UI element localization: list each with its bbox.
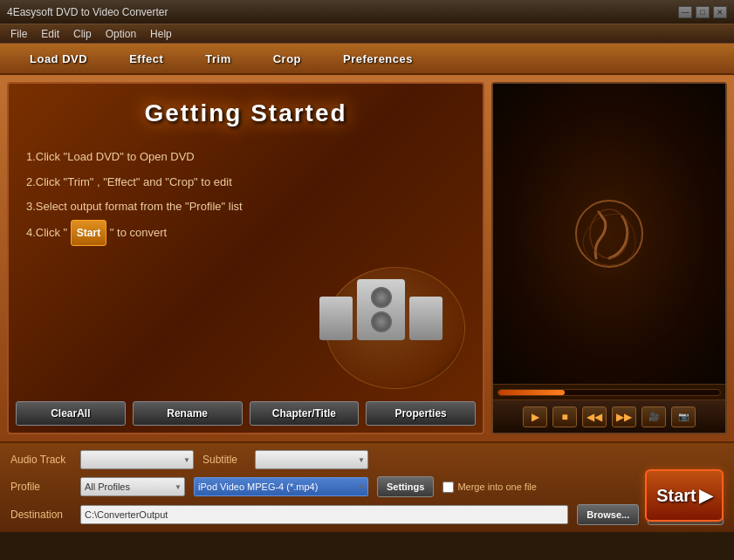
menu-bar: File Edit Clip Option Help — [0, 24, 734, 44]
playback-controls: ▶ ■ ◀◀ ▶▶ 🎥 📷 — [493, 400, 725, 433]
toolbar-crop[interactable]: Crop — [252, 47, 322, 71]
step-4-start-button[interactable]: Start — [71, 220, 106, 246]
rewind-button[interactable]: ◀◀ — [582, 406, 607, 427]
right-panel: ▶ ■ ◀◀ ▶▶ 🎥 📷 — [491, 82, 727, 434]
getting-started-title: Getting Started — [9, 84, 483, 136]
destination-label: Destination — [10, 509, 72, 521]
merge-label: Merge into one file — [457, 481, 537, 492]
step-1: 1.Click "Load DVD" to Open DVD — [26, 145, 465, 170]
menu-clip[interactable]: Clip — [66, 26, 99, 42]
sphere-decoration — [326, 267, 465, 389]
rename-button[interactable]: Rename — [133, 401, 243, 426]
audio-track-select[interactable] — [80, 450, 194, 469]
step-4: 4.Click " Start " to convert — [26, 220, 465, 246]
merge-checkbox[interactable] — [442, 481, 454, 493]
title-bar: 4Easysoft DVD to Video Converter — □ ✕ — [0, 0, 734, 24]
close-button[interactable]: ✕ — [713, 6, 727, 18]
menu-edit[interactable]: Edit — [34, 26, 66, 42]
audio-track-wrapper — [80, 450, 194, 469]
window-title: 4Easysoft DVD to Video Converter — [7, 6, 168, 18]
speaker-dot-bottom — [371, 311, 392, 332]
progress-area — [493, 384, 725, 400]
destination-row: Destination Browse... Open Folder — [10, 504, 724, 525]
play-button[interactable]: ▶ — [523, 406, 547, 427]
speaker-dot-top — [371, 287, 392, 308]
menu-help[interactable]: Help — [143, 26, 179, 42]
left-panel: Getting Started 1.Click "Load DVD" to Op… — [7, 82, 484, 434]
subtitle-wrapper — [255, 450, 368, 469]
minimize-button[interactable]: — — [678, 6, 692, 18]
clear-all-button[interactable]: ClearAll — [16, 401, 126, 426]
start-button[interactable]: Start ▶ — [645, 469, 724, 522]
destination-input[interactable] — [80, 505, 568, 524]
svg-point-1 — [590, 209, 628, 258]
profile-label: Profile — [10, 481, 72, 493]
merge-checkbox-wrapper: Merge into one file — [442, 481, 537, 493]
fast-forward-button[interactable]: ▶▶ — [612, 406, 636, 427]
bottom-controls: Audio Track Subtitle Profile All Profile… — [0, 441, 734, 532]
profile-row: Profile All Profiles iPod Video MPEG-4 (… — [10, 476, 724, 497]
video-preview — [493, 84, 725, 384]
brand-logo-icon — [574, 199, 644, 269]
toolbar-load-dvd[interactable]: Load DVD — [9, 47, 108, 71]
audio-track-label: Audio Track — [10, 454, 72, 466]
speaker-small-left — [319, 297, 353, 340]
speaker-small-right — [409, 297, 442, 340]
main-content: Getting Started 1.Click "Load DVD" to Op… — [0, 75, 734, 441]
profile-cat-wrapper: All Profiles — [80, 477, 185, 496]
properties-button[interactable]: Properties — [366, 401, 476, 426]
speakers-decoration — [319, 279, 442, 340]
chapter-title-button[interactable]: Chapter/Title — [250, 401, 360, 426]
speaker-main — [357, 279, 405, 340]
progress-bar-background[interactable] — [497, 389, 721, 396]
progress-bar-fill — [498, 390, 565, 395]
snapshot-button[interactable]: 🎥 — [641, 406, 666, 427]
toolbar-trim[interactable]: Trim — [184, 47, 251, 71]
camera-button[interactable]: 📷 — [671, 406, 696, 427]
stop-button[interactable]: ■ — [552, 406, 577, 427]
audio-subtitle-row: Audio Track Subtitle — [10, 450, 724, 469]
panel-buttons: ClearAll Rename Chapter/Title Properties — [16, 401, 476, 426]
steps-list: 1.Click "Load DVD" to Open DVD 2.Click "… — [9, 136, 483, 255]
window-controls: — □ ✕ — [678, 6, 727, 18]
bottom-wrapper: Audio Track Subtitle Profile All Profile… — [0, 441, 734, 532]
step-4-before: 4.Click " — [26, 226, 71, 239]
menu-option[interactable]: Option — [99, 26, 143, 42]
profile-fmt-wrapper: iPod Video MPEG-4 (*.mp4) — [194, 477, 368, 496]
toolbar-effect[interactable]: Effect — [108, 47, 184, 71]
subtitle-label: Subtitle — [202, 454, 246, 466]
settings-button[interactable]: Settings — [377, 476, 434, 497]
menu-file[interactable]: File — [3, 26, 34, 42]
step-4-after: " to convert — [106, 226, 167, 239]
subtitle-select[interactable] — [255, 450, 368, 469]
step-2: 2.Click "Trim" , "Effect" and "Crop" to … — [26, 170, 465, 195]
profile-format-select[interactable]: iPod Video MPEG-4 (*.mp4) — [194, 477, 368, 496]
restore-button[interactable]: □ — [696, 6, 710, 18]
start-arrow-icon: ▶ — [699, 485, 712, 506]
profile-category-select[interactable]: All Profiles — [80, 477, 185, 496]
start-label: Start — [656, 486, 696, 506]
toolbar: Load DVD Effect Trim Crop Preferences — [0, 44, 734, 75]
step-3: 3.Select output format from the "Profile… — [26, 195, 465, 220]
toolbar-preferences[interactable]: Preferences — [322, 47, 434, 71]
browse-button[interactable]: Browse... — [577, 504, 639, 525]
